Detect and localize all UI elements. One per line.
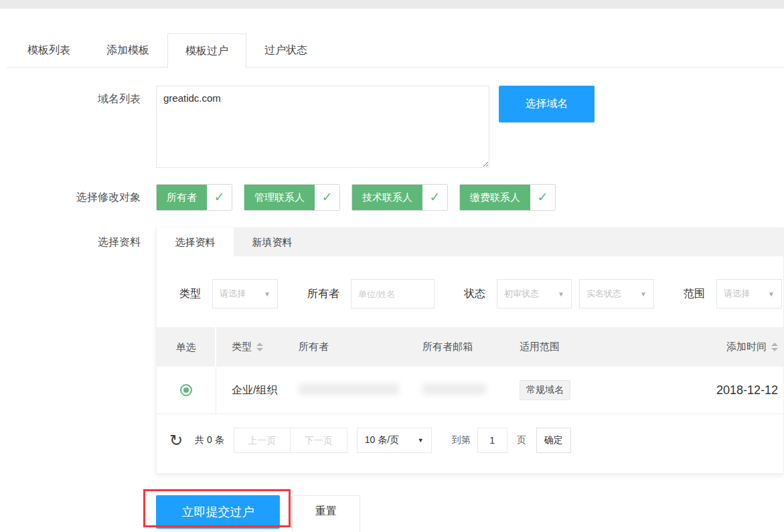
- realname-status-select[interactable]: 实名状态 ▼: [579, 279, 654, 308]
- main-tab-bar: 模板列表 添加模板 模板过户 过户状态: [7, 33, 784, 68]
- submit-transfer-button[interactable]: 立即提交过户: [156, 495, 280, 529]
- table-header: 单选 类型 所有者 所有者邮箱 适用范围 添加时间: [157, 327, 783, 367]
- profile-table: 单选 类型 所有者 所有者邮箱 适用范围 添加时间: [157, 327, 783, 414]
- transfer-form: 域名列表 greatidc.com 选择域名 选择修改对象 所有者 ✓ 管理联系…: [0, 86, 784, 532]
- target-billing-contact-toggle[interactable]: 缴费联系人 ✓: [459, 184, 556, 211]
- range-filter-select[interactable]: 请选择 ▼: [716, 279, 782, 308]
- header-type[interactable]: 类型: [216, 341, 299, 353]
- chevron-down-icon: ▼: [418, 437, 424, 444]
- tab-template-transfer[interactable]: 模板过户: [167, 33, 246, 68]
- target-admin-contact-toggle[interactable]: 管理联系人 ✓: [244, 184, 340, 211]
- status-filter-label: 状态: [464, 287, 485, 301]
- target-tech-contact-label: 技术联系人: [352, 185, 422, 210]
- form-footer: 立即提交过户 重置: [0, 495, 784, 532]
- refresh-icon[interactable]: ↻: [169, 432, 183, 448]
- tab-transfer-status[interactable]: 过户状态: [246, 33, 325, 68]
- header-owner-email: 所有者邮箱: [422, 341, 509, 353]
- redacted-owner-email: [422, 383, 486, 395]
- tab-template-list[interactable]: 模板列表: [9, 33, 88, 68]
- profile-row: 选择资料 选择资料 新填资料 类型 请选择 ▼ 所有者 状态 初审状态 ▼: [0, 228, 784, 474]
- row-owner-email-cell: [422, 383, 509, 397]
- check-icon: ✓: [207, 185, 232, 210]
- chevron-down-icon: ▼: [558, 290, 564, 298]
- modify-targets-row: 选择修改对象 所有者 ✓ 管理联系人 ✓ 技术联系人 ✓ 缴费联系人 ✓: [0, 184, 784, 211]
- row-type-cell: 企业/组织: [216, 383, 299, 397]
- page-size-select[interactable]: 10 条/页 ▼: [357, 428, 432, 453]
- sort-icon[interactable]: [256, 343, 263, 351]
- header-single-select: 单选: [157, 327, 216, 367]
- select-domain-button[interactable]: 选择域名: [499, 86, 595, 122]
- target-owner-toggle[interactable]: 所有者 ✓: [156, 184, 232, 211]
- page-size-value: 10 条/页: [365, 434, 399, 446]
- chevron-down-icon: ▼: [264, 290, 270, 298]
- type-filter-placeholder: 请选择: [220, 288, 246, 300]
- row-scope-cell: 常规域名: [509, 380, 666, 400]
- header-owner: 所有者: [299, 341, 422, 353]
- header-type-label: 类型: [232, 341, 252, 353]
- target-admin-contact-label: 管理联系人: [244, 185, 315, 210]
- profile-label: 选择资料: [0, 228, 141, 474]
- page-unit-label: 页: [517, 434, 526, 446]
- check-icon: ✓: [315, 185, 339, 210]
- total-count: 共 0 条: [195, 434, 224, 446]
- profile-panel: 选择资料 新填资料 类型 请选择 ▼ 所有者 状态 初审状态 ▼ 实名状态: [156, 228, 784, 474]
- tab-new-profile[interactable]: 新填资料: [234, 228, 311, 256]
- page-nav-group: 上一页 下一页: [234, 428, 347, 453]
- redacted-owner-name: [299, 383, 399, 395]
- chevron-down-icon: ▼: [768, 290, 775, 298]
- audit-status-placeholder: 初审状态: [504, 288, 539, 300]
- tab-select-profile[interactable]: 选择资料: [157, 228, 234, 256]
- modify-targets-label: 选择修改对象: [0, 184, 141, 211]
- confirm-page-button[interactable]: 确定: [536, 428, 571, 453]
- row-radio-selected[interactable]: [180, 384, 192, 396]
- table-row: 企业/组织 常规域名 2018-12-12: [157, 367, 783, 414]
- domain-list-label: 域名列表: [0, 86, 141, 168]
- reset-button[interactable]: 重置: [292, 495, 360, 532]
- target-owner-label: 所有者: [157, 185, 207, 210]
- realname-status-placeholder: 实名状态: [586, 288, 621, 300]
- filter-bar: 类型 请选择 ▼ 所有者 状态 初审状态 ▼ 实名状态 ▼ 范围: [157, 279, 783, 308]
- prev-page-button[interactable]: 上一页: [234, 428, 291, 453]
- goto-page-label: 到第: [452, 434, 471, 446]
- tab-add-template[interactable]: 添加模板: [88, 33, 167, 68]
- type-filter-select[interactable]: 请选择 ▼: [212, 279, 278, 308]
- check-icon: ✓: [422, 185, 447, 210]
- header-added-time[interactable]: 添加时间: [666, 341, 783, 353]
- sort-icon[interactable]: [771, 343, 778, 351]
- owner-filter-input[interactable]: [351, 279, 435, 308]
- pagination-bar: ↻ 共 0 条 上一页 下一页 10 条/页 ▼ 到第 页 确定: [169, 428, 783, 453]
- target-billing-contact-label: 缴费联系人: [460, 185, 530, 210]
- header-added-time-label: 添加时间: [726, 341, 767, 353]
- chevron-down-icon: ▼: [640, 290, 647, 298]
- top-bar: [0, 0, 784, 9]
- row-owner-cell: [299, 383, 422, 397]
- range-filter-placeholder: 请选择: [724, 288, 750, 300]
- header-scope: 适用范围: [509, 341, 666, 353]
- row-added-time: 2018-12-12: [716, 383, 778, 397]
- type-filter-label: 类型: [179, 287, 201, 301]
- domain-list-textarea[interactable]: greatidc.com: [156, 86, 489, 168]
- domain-list-row: 域名列表 greatidc.com 选择域名: [0, 86, 784, 168]
- next-page-button[interactable]: 下一页: [291, 428, 347, 453]
- check-icon: ✓: [530, 185, 555, 210]
- scope-badge: 常规域名: [520, 380, 570, 400]
- audit-status-select[interactable]: 初审状态 ▼: [497, 279, 572, 308]
- goto-page-input[interactable]: [477, 428, 507, 453]
- profile-tab-bar: 选择资料 新填资料: [157, 228, 783, 256]
- target-tech-contact-toggle[interactable]: 技术联系人 ✓: [351, 184, 448, 211]
- range-filter-label: 范围: [684, 287, 705, 301]
- owner-filter-label: 所有者: [307, 287, 339, 301]
